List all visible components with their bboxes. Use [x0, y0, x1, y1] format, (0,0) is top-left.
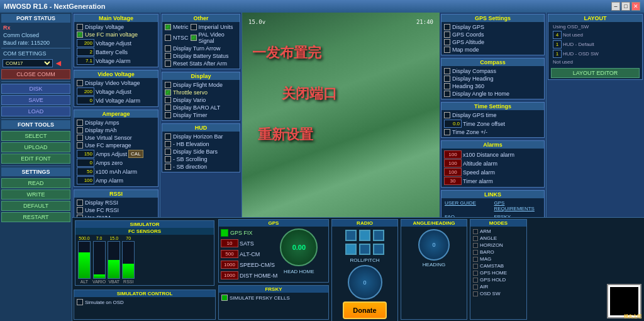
- hb-elevation-check[interactable]: [165, 141, 171, 147]
- use-fc-voltage-check[interactable]: [77, 31, 83, 38]
- reset-stats-label: Reset Stats After Arm: [173, 60, 227, 67]
- select-button[interactable]: SELECT: [1, 131, 70, 141]
- amp-alarm-input[interactable]: [77, 176, 94, 184]
- display-amps-check[interactable]: [77, 120, 83, 126]
- cal-button[interactable]: CAL: [128, 150, 143, 158]
- disk-button[interactable]: DISK: [1, 84, 70, 94]
- gps-altitude-check[interactable]: [444, 39, 450, 45]
- speed-cms-input[interactable]: [221, 261, 238, 269]
- use-fc-rssi-check[interactable]: [77, 207, 83, 213]
- close-comm-button[interactable]: CLOSE COMM: [1, 69, 70, 79]
- default-button[interactable]: DEFAULT: [1, 201, 70, 211]
- amps-adjust-input[interactable]: [77, 150, 94, 158]
- altitude-alarm-input[interactable]: [444, 159, 462, 167]
- simulate-frsky-check[interactable]: [221, 295, 228, 301]
- turn-arrow-check[interactable]: [165, 45, 171, 52]
- timezone-pm-check[interactable]: [444, 129, 450, 135]
- vid-volt-adjust-input[interactable]: [77, 87, 94, 96]
- side-bars-check[interactable]: [165, 149, 171, 155]
- ntsc-check[interactable]: [165, 35, 171, 41]
- horizon-bar-check[interactable]: [165, 133, 171, 140]
- gps-settings-body: Display GPS GPS Coords GPS Altitude: [441, 22, 544, 55]
- load-button[interactable]: LOAD: [1, 106, 70, 116]
- amps-zero-input[interactable]: [77, 159, 94, 167]
- other-title: Other: [162, 14, 240, 22]
- read-button[interactable]: READ: [1, 178, 70, 188]
- simulate-osd-check[interactable]: [77, 299, 83, 305]
- timer-alarm-input[interactable]: [444, 177, 462, 185]
- display-gps-check[interactable]: [444, 24, 450, 30]
- display-rssi-check[interactable]: [77, 200, 83, 206]
- sats-input[interactable]: [221, 239, 238, 247]
- throttle-check[interactable]: [165, 89, 171, 96]
- display-mah-check[interactable]: [77, 127, 83, 133]
- save-button[interactable]: SAVE: [1, 95, 70, 105]
- write-button[interactable]: WRITE: [1, 189, 70, 200]
- mode-camstab: CAMSTAB: [472, 262, 525, 269]
- col-gps: GPS Settings Display GPS GPS Coords G: [440, 13, 547, 217]
- display-amps-label: Display Amps: [85, 120, 119, 126]
- timezone-offset-input[interactable]: [444, 120, 462, 128]
- flight-mode-check[interactable]: [165, 82, 171, 88]
- display-heading-row: Display Heading: [444, 75, 541, 82]
- timer-check[interactable]: [165, 112, 171, 118]
- display-voltage-check[interactable]: [77, 24, 83, 30]
- overlay-text-3: 重新设置: [258, 125, 313, 144]
- display-gps-time-check[interactable]: [444, 112, 450, 118]
- gps-requirements-link[interactable]: GPS REQUIREMENTS: [494, 200, 542, 212]
- map-mode-check[interactable]: [444, 47, 450, 53]
- battery-cells-input[interactable]: [77, 48, 94, 56]
- mag-dot: [473, 257, 478, 262]
- display-video-row: Display Video Voltage: [77, 79, 155, 87]
- timezone-pm-row: Time Zone +/-: [444, 128, 541, 136]
- voltage-adjust-input[interactable]: [77, 39, 94, 47]
- layout-editor-button[interactable]: LAYOUT EDITOR: [551, 68, 640, 78]
- upload-button[interactable]: UPLOAD: [1, 142, 70, 152]
- virtual-sensor-check[interactable]: [77, 135, 83, 141]
- battery-status-check[interactable]: [165, 53, 171, 59]
- vario-check[interactable]: [165, 97, 171, 103]
- imperial-check[interactable]: [191, 24, 197, 30]
- com-port-select[interactable]: COM17: [3, 59, 53, 67]
- close-button[interactable]: ✕: [631, 2, 640, 11]
- user-guide-link[interactable]: USER GUIDE: [444, 200, 492, 212]
- restart-button[interactable]: RESTART: [1, 212, 70, 222]
- vario-bar-fill[interactable]: [94, 274, 105, 278]
- alt-bar-fill[interactable]: [79, 252, 90, 278]
- sb-scrolling-check[interactable]: [165, 156, 171, 162]
- donate-button[interactable]: Donate: [343, 301, 386, 319]
- rssi-title: RSSI: [74, 190, 158, 198]
- window-controls[interactable]: – □ ✕: [611, 2, 640, 11]
- alt-cm-input[interactable]: [221, 250, 238, 258]
- sb-direction-check[interactable]: [165, 164, 171, 170]
- arrow-icon: ◄: [54, 58, 63, 68]
- vid-volt-alarm-input[interactable]: [77, 96, 94, 104]
- ntsc-row: NTSC PAL Video Signal: [165, 31, 237, 45]
- heading-360-check[interactable]: [444, 83, 450, 89]
- voltage-alarm-input[interactable]: [77, 57, 94, 65]
- alt-bar-label: ALT: [80, 279, 88, 284]
- display-heading-check[interactable]: [444, 76, 450, 82]
- fc-amperage-check[interactable]: [77, 142, 83, 149]
- pal-check[interactable]: [191, 35, 197, 41]
- display-compass-check[interactable]: [444, 68, 450, 74]
- minimize-button[interactable]: –: [611, 2, 620, 11]
- rssi-bar-fill[interactable]: [123, 264, 134, 278]
- layout-body: Using OSD_SW 4 Not used 1 HUD - Default …: [548, 22, 642, 67]
- dist-home-input[interactable]: [221, 271, 238, 279]
- display-video-check[interactable]: [77, 80, 83, 86]
- baro-alt-check[interactable]: [165, 104, 171, 111]
- vbat-bar-fill[interactable]: [108, 260, 119, 278]
- edit-font-button[interactable]: EDIT FONT: [1, 154, 70, 164]
- reset-stats-check[interactable]: [165, 60, 171, 67]
- gps-coords-check[interactable]: [444, 31, 450, 38]
- time-settings-body: Display GPS time Time Zone offset Time Z…: [441, 110, 544, 137]
- mah-alarm-input[interactable]: [77, 167, 94, 176]
- maximize-button[interactable]: □: [621, 2, 630, 11]
- mode-gps-hold: GPS HOLD: [472, 276, 525, 283]
- metric-check[interactable]: [165, 24, 171, 30]
- angle-home-check[interactable]: [444, 91, 450, 97]
- speed-alarm-input[interactable]: [444, 168, 462, 176]
- distance-alarm-input[interactable]: [444, 150, 462, 159]
- sb-scrolling-row: - SB Scrolling: [165, 155, 237, 163]
